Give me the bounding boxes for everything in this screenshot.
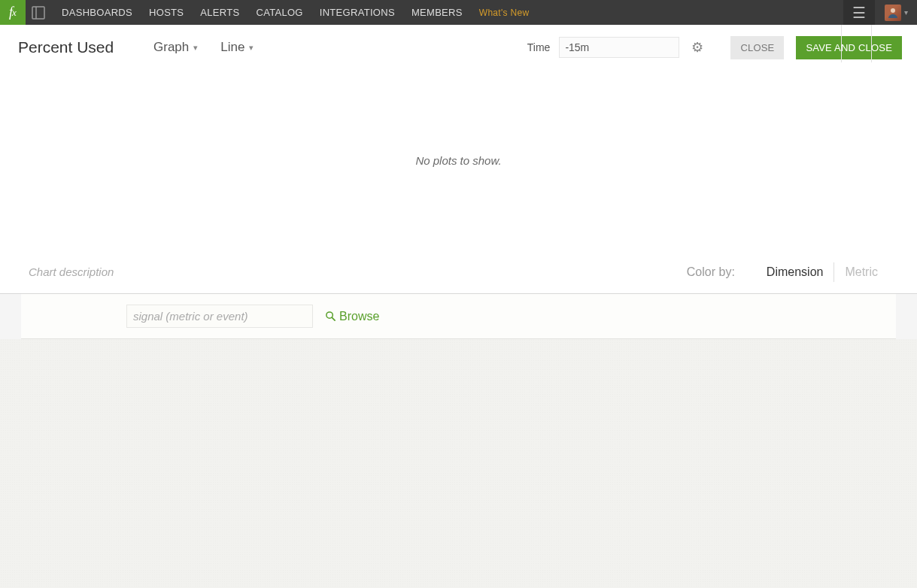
nav-hosts[interactable]: HOSTS xyxy=(149,7,184,18)
time-label: Time xyxy=(527,41,551,53)
signal-input[interactable] xyxy=(126,305,313,328)
dashboard-icon[interactable] xyxy=(26,0,51,25)
colorby-metric[interactable]: Metric xyxy=(834,264,888,280)
gear-icon[interactable]: ⚙ xyxy=(691,39,703,56)
chart-description-input[interactable] xyxy=(29,265,687,278)
chevron-down-icon: ▾ xyxy=(249,43,254,53)
plot-area: No plots to show. xyxy=(0,70,917,250)
avatar-icon xyxy=(885,5,901,21)
chart-title[interactable]: Percent Used xyxy=(18,38,153,56)
svg-point-2 xyxy=(891,8,895,13)
nav-catalog[interactable]: CATALOG xyxy=(256,7,302,18)
chart-type-dropdown[interactable]: Line ▾ xyxy=(220,40,254,55)
nav-alerts[interactable]: ALERTS xyxy=(200,7,239,18)
chevron-down-icon: ▾ xyxy=(193,43,198,53)
user-menu[interactable]: ▾ xyxy=(875,0,917,25)
description-row: Color by: Dimension Metric xyxy=(0,250,917,294)
plot-empty-message: No plots to show. xyxy=(415,154,501,167)
close-button[interactable]: CLOSE xyxy=(730,36,784,59)
browse-link[interactable]: Browse xyxy=(325,310,379,323)
signal-row: Browse xyxy=(21,294,896,339)
time-input[interactable] xyxy=(559,37,679,58)
colorby-toggle: Dimension Metric xyxy=(756,262,888,282)
svg-line-4 xyxy=(332,317,335,320)
svg-rect-0 xyxy=(32,7,44,19)
viz-type-label: Graph xyxy=(153,40,189,55)
nav-dashboards[interactable]: DASHBOARDS xyxy=(62,7,132,18)
nav-members[interactable]: MEMBERS xyxy=(411,7,463,18)
chart-type-label: Line xyxy=(220,40,244,55)
chevron-down-icon: ▾ xyxy=(904,8,908,17)
nav-integrations[interactable]: INTEGRATIONS xyxy=(320,7,395,18)
top-nav: fx DASHBOARDS HOSTS ALERTS CATALOG INTEG… xyxy=(0,0,917,25)
logo-fx[interactable]: fx xyxy=(0,0,26,25)
viz-type-dropdown[interactable]: Graph ▾ xyxy=(153,40,198,55)
empty-area xyxy=(0,339,917,588)
search-icon xyxy=(325,311,336,322)
save-and-close-button[interactable]: SAVE AND CLOSE xyxy=(796,36,902,59)
browse-label: Browse xyxy=(339,310,379,323)
colorby-dimension[interactable]: Dimension xyxy=(756,264,834,280)
nav-whatsnew[interactable]: What's New xyxy=(479,8,530,18)
chart-toolbar: Percent Used Graph ▾ Line ▾ Time ⚙ CLOSE… xyxy=(0,25,917,70)
colorby-label: Color by: xyxy=(687,265,735,279)
menu-icon[interactable]: ☰ xyxy=(843,0,875,25)
